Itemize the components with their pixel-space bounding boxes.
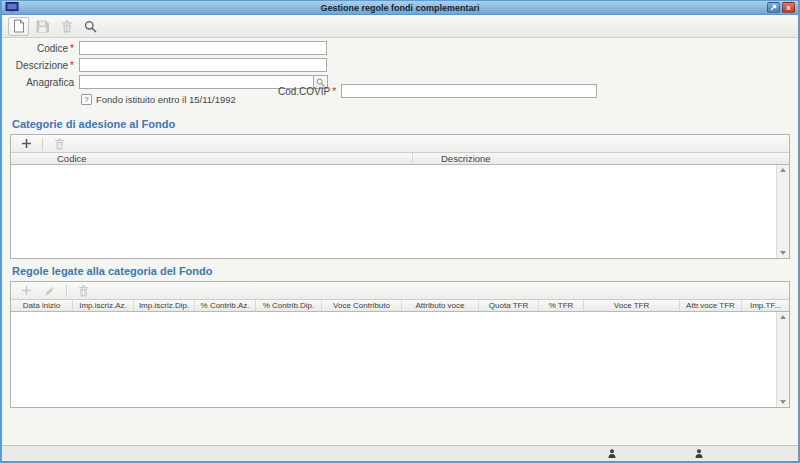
rules-grid-toolbar bbox=[11, 282, 789, 300]
categories-grid-toolbar bbox=[11, 135, 789, 153]
categories-grid-header: Codice Descrizione bbox=[11, 153, 789, 165]
main-content: Codice* Descrizione* Anagrafica ? Fondo … bbox=[2, 38, 798, 445]
save-icon bbox=[36, 20, 49, 33]
categories-grid-rows bbox=[11, 165, 776, 258]
main-toolbar bbox=[2, 15, 798, 38]
delete-rule-button[interactable] bbox=[72, 284, 94, 298]
rules-section-title: Regole legate alla categoria del Fondo bbox=[12, 265, 798, 278]
indeterminate-glyph: ? bbox=[84, 95, 88, 104]
application-monitor-icon bbox=[5, 2, 19, 13]
trash-icon bbox=[78, 285, 89, 297]
column-header-imp-iscriz-dip[interactable]: Imp.iscriz.Dip. bbox=[134, 300, 195, 311]
column-header-imp-tfr[interactable]: Imp.TF... bbox=[742, 300, 789, 311]
descrizione-input[interactable] bbox=[79, 58, 327, 72]
column-header-descrizione[interactable]: Descrizione bbox=[413, 153, 789, 164]
required-marker: * bbox=[332, 86, 336, 97]
cod-covip-group: Cod.COVIP* bbox=[278, 84, 597, 98]
titlebar: Gestione regole fondi complementari x bbox=[2, 1, 798, 15]
codice-row: Codice* bbox=[2, 41, 798, 55]
rules-grid-panel: Data inizio Imp.iscriz.Az. Imp.iscriz.Di… bbox=[10, 281, 790, 408]
column-header-contrib-dip[interactable]: % Contrib.Dip. bbox=[256, 300, 322, 311]
required-marker: * bbox=[70, 43, 74, 54]
new-document-icon bbox=[12, 19, 25, 33]
column-header-voce-contributo[interactable]: Voce Contributo bbox=[322, 300, 402, 311]
trash-icon bbox=[54, 138, 65, 150]
rules-grid-rows bbox=[11, 312, 776, 407]
categories-section-title: Categorie di adesione al Fondo bbox=[12, 118, 798, 131]
fondo-istituito-checkbox[interactable]: ? bbox=[81, 94, 92, 105]
column-header-attributo-voce[interactable]: Attributo voce bbox=[402, 300, 479, 311]
user-icon bbox=[695, 449, 703, 458]
scroll-down-icon[interactable] bbox=[780, 251, 786, 255]
save-button[interactable] bbox=[32, 17, 53, 36]
column-header-codice[interactable]: Codice bbox=[11, 153, 413, 164]
column-header-pct-tfr[interactable]: % TFR bbox=[539, 300, 584, 311]
column-header-contrib-az[interactable]: % Contrib.Az. bbox=[195, 300, 256, 311]
fondo-istituito-label: Fondo istituito entro il 15/11/1992 bbox=[96, 94, 236, 105]
column-header-data-inizio[interactable]: Data inizio bbox=[11, 300, 73, 311]
new-record-button[interactable] bbox=[8, 17, 29, 36]
search-icon bbox=[84, 20, 97, 33]
scroll-down-icon[interactable] bbox=[780, 400, 786, 404]
add-rule-button[interactable] bbox=[15, 284, 37, 298]
rules-grid-scrollbar[interactable] bbox=[776, 312, 789, 407]
categories-grid-body bbox=[11, 165, 789, 258]
anagrafica-label: Anagrafica bbox=[2, 77, 74, 88]
delete-button[interactable] bbox=[56, 17, 77, 36]
cod-covip-input[interactable] bbox=[341, 84, 597, 98]
restore-window-icon[interactable] bbox=[767, 2, 780, 13]
column-header-attr-voce-tfr[interactable]: Attr.voce TFR bbox=[680, 300, 742, 311]
add-category-button[interactable] bbox=[15, 137, 37, 151]
user-icon bbox=[608, 449, 616, 458]
cod-covip-label: Cod.COVIP* bbox=[278, 86, 336, 97]
trash-icon bbox=[61, 20, 73, 33]
categories-grid-panel: Codice Descrizione bbox=[10, 134, 790, 259]
scroll-up-icon[interactable] bbox=[780, 168, 786, 172]
required-marker: * bbox=[70, 60, 74, 71]
rules-grid-header: Data inizio Imp.iscriz.Az. Imp.iscriz.Di… bbox=[11, 300, 789, 312]
scroll-up-icon[interactable] bbox=[780, 315, 786, 319]
edit-rule-button[interactable] bbox=[39, 284, 61, 298]
window-title: Gestione regole fondi complementari bbox=[320, 3, 479, 13]
rules-grid-body bbox=[11, 312, 789, 407]
column-header-quota-tfr[interactable]: Quota TFR bbox=[479, 300, 539, 311]
codice-input[interactable] bbox=[79, 41, 327, 55]
statusbar bbox=[2, 445, 798, 461]
toolbar-separator bbox=[42, 138, 43, 150]
descrizione-label: Descrizione* bbox=[2, 60, 74, 71]
pencil-icon bbox=[44, 285, 56, 297]
close-window-icon[interactable]: x bbox=[782, 2, 795, 13]
codice-label: Codice* bbox=[2, 43, 74, 54]
column-header-voce-tfr[interactable]: Voce TFR bbox=[584, 300, 680, 311]
descrizione-row: Descrizione* bbox=[2, 58, 798, 72]
search-button[interactable] bbox=[80, 17, 101, 36]
column-header-imp-iscriz-az[interactable]: Imp.iscriz.Az. bbox=[73, 300, 134, 311]
gestione-regole-window: Gestione regole fondi complementari x bbox=[0, 0, 800, 463]
plus-icon bbox=[21, 285, 32, 296]
toolbar-separator bbox=[66, 285, 67, 297]
window-controls: x bbox=[767, 2, 795, 13]
plus-icon bbox=[21, 138, 32, 149]
delete-category-button[interactable] bbox=[48, 137, 70, 151]
categories-grid-scrollbar[interactable] bbox=[776, 165, 789, 258]
